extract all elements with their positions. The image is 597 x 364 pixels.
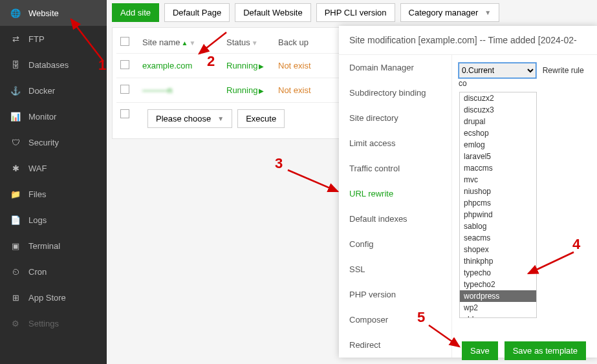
row-checkbox[interactable]	[120, 60, 129, 69]
header-status-label: Status	[226, 37, 250, 47]
default-website-button[interactable]: Default Website	[235, 3, 311, 22]
dropdown-item-zblog[interactable]: zblog	[460, 314, 536, 318]
tab-default-indexes[interactable]: Default indexes	[339, 206, 451, 231]
sidebar-item-ftp[interactable]: ⇄FTP	[0, 26, 107, 52]
toolbar: Add site Default Page Default Website PH…	[112, 3, 592, 22]
database-icon: 🗄	[10, 59, 21, 70]
sidebar-item-databases[interactable]: 🗄Databases	[0, 52, 107, 78]
tab-traffic-control[interactable]: Traffic control	[339, 156, 451, 181]
rewrite-rule-select[interactable]: 0.Current	[459, 63, 536, 78]
sidebar-item-waf[interactable]: ✱WAF	[0, 155, 107, 181]
select-all-checkbox[interactable]	[120, 37, 129, 46]
sidebar-label: Cron	[28, 267, 47, 277]
dropdown-item-ecshop[interactable]: ecshop	[460, 127, 536, 139]
play-icon: ▶	[259, 87, 264, 94]
dropdown-item-maccms[interactable]: maccms	[460, 162, 536, 174]
tab-composer[interactable]: Composer	[339, 307, 451, 332]
sidebar-item-logs[interactable]: 📄Logs	[0, 207, 107, 233]
dropdown-item-mvc[interactable]: mvc	[460, 174, 536, 186]
tab-site-directory[interactable]: Site directory	[339, 105, 451, 131]
dropdown-item-niushop[interactable]: niushop	[460, 186, 536, 197]
sidebar-label: Files	[28, 189, 46, 199]
apps-icon: ⊞	[10, 292, 21, 303]
sidebar-item-monitor[interactable]: 📊Monitor	[0, 103, 107, 129]
dropdown-item-thinkphp[interactable]: thinkphp	[460, 255, 536, 267]
sidebar-item-docker[interactable]: ⚓Docker	[0, 78, 107, 103]
sidebar-item-terminal[interactable]: ▣Terminal	[0, 233, 107, 259]
dropdown-item-wp2[interactable]: wp2	[460, 302, 536, 314]
tab-url-rewrite[interactable]: URL rewrite	[339, 181, 451, 206]
dropdown-item-discuzx2[interactable]: discuzx2	[460, 92, 536, 104]
site-name-link[interactable]: ———n	[142, 85, 172, 95]
tab-redirect[interactable]: Redirect	[339, 332, 451, 358]
sidebar-item-appstore[interactable]: ⊞App Store	[0, 284, 107, 310]
sidebar-item-settings[interactable]: ⚙Settings	[0, 310, 107, 336]
dropdown-item-seacms[interactable]: seacms	[460, 232, 536, 244]
add-site-button[interactable]: Add site	[112, 3, 159, 22]
tab-ssl[interactable]: SSL	[339, 257, 451, 282]
status-cell[interactable]: Running▶	[226, 85, 278, 95]
dropdown-item-discuzx3[interactable]: discuzx3	[460, 104, 536, 116]
default-page-button[interactable]: Default Page	[164, 3, 230, 22]
sort-icon: ▼	[252, 39, 258, 47]
gear-icon: ⚙	[10, 318, 21, 328]
chevron-down-icon: ▼	[484, 9, 491, 16]
play-icon: ▶	[259, 63, 264, 70]
sidebar-label: Logs	[28, 215, 47, 225]
sidebar-label: App Store	[28, 293, 66, 303]
header-status[interactable]: Status▼	[226, 37, 278, 47]
rewrite-rule-dropdown[interactable]: discuzx2discuzx3drupalecshopemloglaravel…	[459, 92, 537, 318]
sidebar-label: Terminal	[28, 241, 60, 251]
tab-php-version[interactable]: PHP version	[339, 282, 451, 307]
dropdown-item-wordpress[interactable]: wordpress	[460, 290, 536, 302]
sidebar: 🌐Website ⇄FTP 🗄Databases ⚓Docker 📊Monito…	[0, 0, 107, 364]
sidebar-item-website[interactable]: 🌐Website	[0, 0, 107, 26]
site-name-link[interactable]: example.com	[142, 61, 226, 70]
save-button[interactable]: Save	[462, 341, 498, 360]
tab-subdirectory-binding[interactable]: Subdirectory binding	[339, 80, 451, 105]
sidebar-label: Settings	[28, 319, 59, 328]
terminal-icon: ▣	[10, 241, 21, 251]
dropdown-item-drupal[interactable]: drupal	[460, 116, 536, 127]
php-cli-button[interactable]: PHP CLI version	[316, 3, 395, 22]
shield-icon: 🛡	[10, 137, 21, 147]
modal-actions: Save Save as template	[462, 341, 586, 360]
dropdown-item-emlog[interactable]: emlog	[460, 139, 536, 151]
execute-button[interactable]: Execute	[237, 109, 285, 128]
row-checkbox[interactable]	[120, 85, 129, 94]
sidebar-item-cron[interactable]: ⏲Cron	[0, 259, 107, 284]
header-site-name[interactable]: Site name▲▼	[142, 37, 226, 47]
dropdown-item-phpcms[interactable]: phpcms	[460, 197, 536, 209]
please-choose-label: Please choose	[156, 114, 211, 123]
please-choose-select[interactable]: Please choose▼	[147, 109, 232, 128]
header-backup: Back up	[278, 37, 336, 47]
dropdown-item-phpwind[interactable]: phpwind	[460, 209, 536, 220]
docker-icon: ⚓	[10, 85, 21, 96]
tab-domain-manager[interactable]: Domain Manager	[339, 55, 451, 80]
category-manager-button[interactable]: Category manager▼	[400, 3, 500, 22]
save-as-template-button[interactable]: Save as template	[505, 341, 586, 360]
waf-icon: ✱	[10, 163, 21, 173]
tab-limit-access[interactable]: Limit access	[339, 131, 451, 156]
dropdown-item-sablog[interactable]: sablog	[460, 220, 536, 232]
sidebar-item-files[interactable]: 📁Files	[0, 181, 107, 207]
sort-asc-icon: ▲	[182, 39, 188, 47]
dropdown-item-typecho[interactable]: typecho	[460, 267, 536, 279]
sidebar-label: Security	[28, 138, 59, 147]
dropdown-item-laravel5[interactable]: laravel5	[460, 151, 536, 162]
dropdown-item-shopex[interactable]: shopex	[460, 244, 536, 255]
sidebar-label: FTP	[28, 34, 45, 44]
status-text: Running	[226, 61, 257, 70]
modal-tabs: Domain Manager Subdirectory binding Site…	[339, 55, 452, 358]
backup-cell[interactable]: Not exist	[278, 61, 336, 70]
footer-checkbox[interactable]	[120, 109, 129, 118]
backup-cell[interactable]: Not exist	[278, 85, 336, 95]
sidebar-item-security[interactable]: 🛡Security	[0, 129, 107, 155]
status-text: Running	[226, 85, 257, 95]
tab-config[interactable]: Config	[339, 231, 451, 257]
sidebar-label: Website	[28, 8, 59, 18]
dropdown-item-typecho2[interactable]: typecho2	[460, 279, 536, 290]
sidebar-label: Databases	[28, 60, 69, 70]
status-cell[interactable]: Running▶	[226, 61, 278, 70]
globe-icon: 🌐	[10, 8, 21, 18]
